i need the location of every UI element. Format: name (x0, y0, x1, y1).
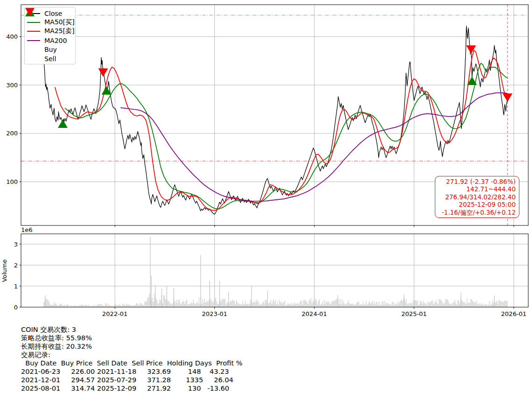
trades-header: Buy Date Buy Price Sell Date Sell Price … (21, 359, 242, 367)
axes-frames (21, 5, 528, 307)
volume-spike-bar (228, 292, 229, 307)
stats-line: 策略总收益率: 55.98% (21, 334, 242, 342)
x-tick-label: 2026-01 (501, 310, 526, 317)
stats-line: 长期持有收益: 20.32% (21, 342, 242, 351)
trade-row: 2021-06-23 226.00 2021-11-18 323.69 148 … (21, 367, 242, 376)
volume-tick-label: 1 (14, 283, 18, 290)
sell-marker (503, 93, 512, 102)
x-tick-label: 2023-01 (202, 310, 227, 317)
volume-spike-bar (45, 295, 45, 307)
price-tick-label: 300 (6, 82, 18, 89)
volume-spike-bar (461, 293, 461, 307)
volume-axis-label: Volume (1, 260, 8, 282)
annotation-line: 2025-12-09 05:00 (438, 201, 516, 208)
legend-line-sample (27, 40, 40, 41)
volume-bars (43, 237, 507, 307)
volume-spike-bar (155, 285, 156, 307)
x-tick-label: 2024-01 (302, 310, 327, 317)
volume-spike-bar (267, 291, 268, 307)
legend-line-sample (27, 22, 40, 23)
price-annotation-box: 271.92 (-2.37 -0.86%)142.71~444.40276.94… (435, 176, 519, 218)
volume-axes-frame (21, 234, 528, 307)
volume-spike-bar (200, 255, 201, 307)
legend-label: Close (44, 10, 62, 17)
sell-marker (466, 45, 476, 54)
volume-spike-bar (338, 295, 338, 307)
volume-tick-label: 3 (14, 241, 18, 248)
volume-spike-bar (251, 286, 252, 307)
annotation-line: 271.92 (-2.37 -0.86%) (438, 178, 516, 185)
price-tick-label: 200 (6, 130, 18, 137)
annotation-line: 276.94/314.02/282.40 (438, 193, 516, 201)
annotation-line: 142.71~444.40 (438, 185, 516, 193)
legend-item-ma50: MA50[买] (27, 18, 73, 27)
sell-marker (98, 69, 108, 77)
legend-item-ma25: MA25[卖] (27, 27, 73, 36)
volume-spike-bar (173, 288, 174, 308)
price-tick-label: 400 (6, 33, 18, 40)
price-tick-label: 100 (6, 178, 18, 185)
legend-label: MA50[买] (44, 18, 74, 27)
volume-tick-label: 2 (14, 262, 18, 269)
legend-item-ma200: MA200 (27, 36, 73, 45)
legend-label: Sell (44, 55, 56, 63)
x-tick-label: 2025-01 (401, 310, 426, 317)
backtest-stats-text: COIN 交易次数: 3策略总收益率: 55.98%长期持有收益: 20.32%… (21, 325, 242, 393)
trade-row: 2025-08-01 314.74 2025-12-09 271.92 130 … (21, 384, 242, 393)
legend-item-sell: Sell (27, 54, 73, 63)
x-tick-label: 2022-01 (102, 310, 128, 317)
legend-item-buy: Buy (27, 45, 73, 54)
stats-line: 交易记录: (21, 351, 242, 359)
volume-spike-bar (150, 237, 150, 307)
stats-line: COIN 交易次数: 3 (21, 325, 242, 334)
annotation-line: -1.16/偏空/+0.36/+0.12 (438, 209, 516, 216)
trade-row: 2021-12-01 294.57 2025-07-29 371.28 1335… (21, 376, 242, 384)
volume-offset-text: 1e6 (21, 226, 33, 233)
volume-spike-bar (494, 295, 495, 307)
volume-spike-bar (209, 281, 210, 307)
gridlines (21, 5, 528, 307)
legend-line-sample (27, 31, 40, 32)
volume-spike-bar (162, 288, 162, 307)
volume-spike-bar (166, 286, 167, 307)
coin-strategy-chart-figure: 2022-012023-012024-012025-012026-0110020… (0, 0, 532, 400)
legend-label: MA25[卖] (44, 27, 74, 35)
volume-spike-bar (220, 281, 220, 307)
legend-label: MA200 (44, 37, 67, 44)
volume-spike-bar (404, 294, 404, 307)
volume-tick-label: 0 (14, 304, 18, 311)
axis-ticks-and-labels: 2022-012023-012024-012025-012026-0110020… (6, 33, 526, 317)
legend-label: Buy (44, 46, 57, 53)
legend: CloseMA50[买]MA25[卖]MA200BuySell (24, 7, 76, 64)
volume-spike-bar (151, 276, 151, 308)
